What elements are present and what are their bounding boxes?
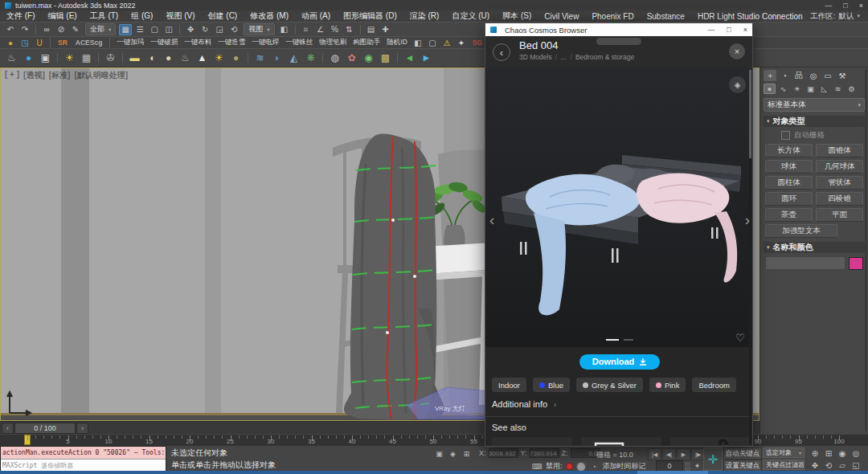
object-type-rollout[interactable]: 对象类型 [764, 116, 865, 127]
mirror-icon[interactable]: ◧ [278, 24, 291, 35]
sphere-primitive-icon[interactable]: ● [161, 50, 176, 66]
cloth-modifier-icon[interactable]: ≋ [252, 50, 268, 66]
primitive-button[interactable]: 圆环 [765, 192, 813, 206]
sg-plugin-icon[interactable]: SG [469, 37, 485, 48]
redo-icon[interactable]: ↷ [18, 24, 31, 35]
menu-item[interactable]: 脚本 (S) [496, 10, 538, 22]
edit-poly-icon[interactable]: ◭ [286, 50, 301, 66]
menu-item[interactable]: HDR Light Studio Connection [691, 10, 809, 22]
next-image-arrow[interactable]: › [745, 211, 750, 229]
script-button[interactable]: 一键造雪 [215, 37, 248, 48]
auto-key-button[interactable]: 自动关键点 [723, 447, 762, 460]
menu-item[interactable]: 创建 (C) [202, 10, 244, 22]
name-color-rollout[interactable]: 名称和颜色 [764, 242, 865, 253]
primitive-button[interactable]: 四棱锥 [816, 192, 863, 206]
close-icon[interactable]: × [729, 43, 745, 59]
utilities-tab-icon[interactable]: ⚒ [836, 70, 849, 81]
toggle-knob-icon[interactable] [576, 462, 586, 472]
breadcrumb-item[interactable]: 3D Models [519, 53, 552, 61]
menu-item[interactable]: 修改器 (M) [244, 10, 295, 22]
select-by-name-icon[interactable]: ☰ [133, 24, 146, 35]
material-editor-icon[interactable]: ◍ [327, 50, 342, 66]
key-mode-icon[interactable]: ✦ [692, 461, 702, 472]
back-button[interactable]: ‹ [493, 43, 510, 61]
previous-frame-icon[interactable]: ◀| [662, 448, 676, 460]
spinner-snap-icon[interactable]: ⇅ [343, 24, 356, 35]
autogrid-checkbox[interactable] [781, 131, 790, 140]
tag-indoor[interactable]: Indoor [492, 378, 526, 392]
rectangular-selection-region-icon[interactable]: ▢ [148, 24, 161, 35]
u-plugin-icon[interactable]: U [33, 37, 46, 48]
motion-tab-icon[interactable]: ◎ [807, 70, 820, 81]
select-and-link-icon[interactable]: ∞ [40, 24, 53, 35]
cosmos-title-bar[interactable]: Chaos Cosmos Browser — □ × [485, 23, 752, 36]
create-tab-icon[interactable]: ＋ [764, 70, 776, 81]
script-button[interactable]: 物理笔刷 [316, 37, 350, 48]
menu-item[interactable]: 渲染 (R) [403, 10, 446, 22]
x-coordinate-field[interactable]: -6008.932 [489, 448, 518, 458]
menu-item[interactable]: Civil View [538, 10, 585, 22]
orbit-icon[interactable]: ⟲ [822, 460, 835, 471]
prev-arrow-icon[interactable]: ◄ [402, 50, 417, 66]
set-key-button[interactable]: 设置关键点 [723, 460, 762, 472]
sun-light-icon[interactable]: ☀ [211, 50, 227, 66]
see-also-thumbnail-umbrella[interactable] [670, 437, 751, 447]
region-icon[interactable]: ▢ [426, 37, 439, 48]
tag-grey-silver[interactable]: Grey & Silver [576, 378, 643, 392]
menu-item[interactable]: 动画 (A) [295, 10, 337, 22]
selection-filter-dropdown[interactable]: 全部 ▾ [85, 23, 116, 35]
layer-explorer-icon[interactable]: ▦ [79, 50, 94, 66]
menu-item[interactable]: 文件 (F) [0, 10, 42, 22]
aces-colorspace-label[interactable]: ACEScg [72, 37, 106, 48]
primitive-button[interactable]: 茶壶 [765, 208, 813, 222]
workspace-selector[interactable]: 工作区: 默认 ▾ [810, 11, 868, 22]
script-button[interactable]: 一键破损 [147, 37, 181, 48]
key-filters-button[interactable]: 关键点过滤器... [763, 460, 805, 470]
primitive-button[interactable]: 平面 [816, 208, 863, 222]
object-color-swatch[interactable] [849, 257, 863, 270]
absolute-mode-icon[interactable]: ⊞ [461, 448, 472, 459]
tag-pink[interactable]: Pink [649, 378, 686, 392]
menu-item[interactable]: 编辑 (E) [42, 10, 84, 22]
breadcrumb-item[interactable]: Bedroom & storage [575, 53, 634, 61]
project-window-icon[interactable]: ◳ [18, 37, 31, 48]
scatter-icon[interactable]: ❋ [303, 50, 318, 66]
play-icon[interactable]: ▶ [677, 448, 690, 460]
y-coordinate-field[interactable]: -7360.914 [530, 448, 559, 458]
box-primitive-icon[interactable]: ▬ [127, 50, 142, 66]
render-teapot-icon[interactable]: ♨ [4, 50, 19, 66]
pan-icon[interactable]: ✥ [809, 460, 821, 471]
frame-spinner[interactable] [685, 462, 690, 471]
percent-snap-icon[interactable]: % [329, 24, 342, 35]
primitive-button[interactable]: 管状体 [816, 176, 863, 190]
close-button[interactable]: × [743, 26, 747, 34]
vray-render-icon[interactable]: ● [21, 50, 36, 66]
favorite-heart-icon[interactable]: ♡ [735, 332, 745, 344]
material-ball-icon[interactable]: ● [4, 37, 17, 48]
light-lister-icon[interactable]: ☀ [62, 50, 77, 66]
go-to-start-icon[interactable]: |◀ [648, 448, 661, 460]
toggle-icon[interactable]: ◧ [411, 37, 424, 48]
tag-blue[interactable]: Blue [533, 378, 570, 392]
minimize-button[interactable]: — [707, 26, 714, 34]
next-frame-button[interactable]: › [76, 423, 88, 434]
railclone-icon[interactable]: ✿ [344, 50, 359, 66]
menu-item[interactable]: 视图 (V) [159, 10, 201, 22]
previous-image-arrow[interactable]: ‹ [489, 211, 494, 229]
dome-primitive-icon[interactable]: ◖ [144, 50, 159, 66]
menu-item[interactable]: Substance [641, 10, 691, 22]
teapot-primitive-icon[interactable]: ♨ [178, 50, 193, 66]
cosmos-scrollbar[interactable] [749, 70, 751, 444]
primitive-button[interactable]: 长方体 [765, 144, 813, 157]
script-button[interactable]: 随机ID [383, 37, 411, 48]
frame-number-field[interactable]: 0 [656, 460, 683, 472]
systems-category-icon[interactable]: ⚙ [845, 84, 858, 94]
tag-bedroom[interactable]: Bedroom [692, 378, 736, 392]
select-and-place-icon[interactable]: ⟲ [227, 24, 240, 35]
see-also-thumbnail-plant[interactable] [492, 437, 572, 447]
record-dot-icon[interactable] [566, 463, 573, 470]
additional-info-toggle[interactable]: Additional info › [492, 399, 556, 409]
selection-lock-icon[interactable]: ◈ [448, 448, 458, 459]
reference-coordinate-dropdown[interactable]: 视图 ▾ [244, 23, 274, 35]
isolate-selection-icon[interactable]: ▣ [434, 448, 444, 459]
